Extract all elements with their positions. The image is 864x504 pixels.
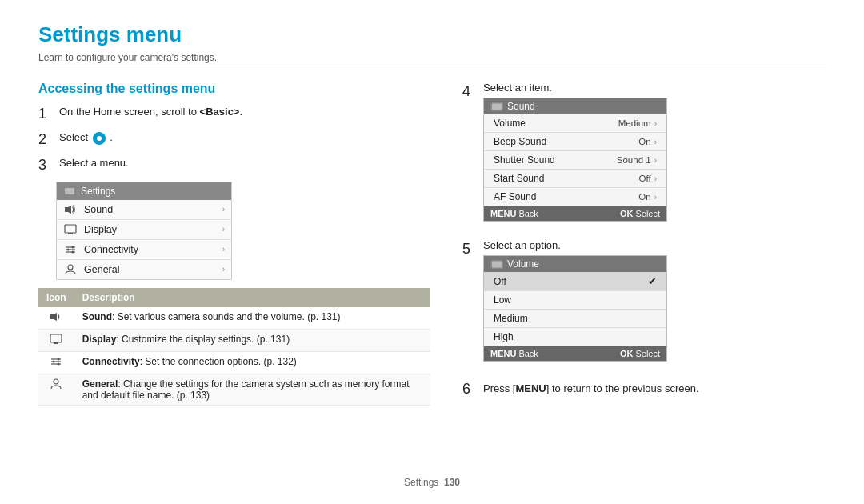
step-2: 2 Select .	[38, 130, 430, 150]
af-sound-arrow: ›	[654, 193, 657, 202]
beep-sound-label: Beep Sound	[494, 136, 638, 147]
beep-sound-arrow: ›	[654, 138, 657, 146]
step-1: 1 On the Home screen, scroll to <Basic>.	[38, 104, 430, 124]
shutter-sound-label: Shutter Sound	[494, 154, 617, 166]
step-3: 3 Select a menu.	[38, 155, 430, 175]
footer-section-label: Settings	[404, 477, 438, 488]
table-desc-display: Display: Customize the display settings.…	[74, 329, 430, 351]
step-5-label: Select an option.	[483, 239, 826, 251]
step-2-num: 2	[38, 130, 56, 150]
volume-label: Volume	[494, 118, 618, 129]
menu-item-general[interactable]: General ›	[57, 260, 231, 279]
option-high-row[interactable]: High	[484, 328, 666, 346]
icon-description-table: Icon Description Sound: Set various came…	[38, 288, 430, 406]
volume-arrow: ›	[654, 119, 657, 128]
svg-point-12	[68, 265, 73, 270]
start-sound-value: Off	[639, 174, 651, 183]
option-low-row[interactable]: Low	[484, 291, 666, 310]
svg-point-23	[54, 379, 58, 384]
camera-select-icon	[93, 132, 106, 145]
menu-item-display[interactable]: Display ›	[57, 220, 231, 240]
start-sound-arrow: ›	[654, 174, 657, 183]
table-icon-display	[38, 329, 74, 351]
sound-menu-footer: MENU Back OK Select	[484, 206, 666, 221]
step-1-text: On the Home screen, scroll to <Basic>.	[59, 104, 242, 121]
volume-row[interactable]: Volume Medium ›	[484, 114, 666, 133]
footer-select: OK Select	[620, 209, 660, 218]
step-2-text: Select .	[59, 130, 113, 146]
menu-item-connectivity-label: Connectivity	[84, 244, 222, 255]
option-high-label: High	[494, 331, 657, 342]
step-4: 4 Select an item. Sound Volume Medium	[462, 82, 826, 231]
content: Accessing the settings menu 1 On the Hom…	[38, 82, 826, 467]
step-4-num: 4	[462, 82, 480, 102]
vol-header-icon	[490, 260, 503, 269]
shutter-sound-value: Sound 1	[617, 155, 651, 165]
af-sound-value: On	[638, 192, 650, 202]
svg-rect-5	[68, 233, 73, 234]
option-off-row[interactable]: Off ✔	[484, 272, 666, 291]
af-sound-row[interactable]: AF Sound On ›	[484, 188, 666, 206]
beep-sound-row[interactable]: Beep Sound On ›	[484, 133, 666, 151]
af-sound-label: AF Sound	[494, 191, 638, 202]
page-title: Settings menu	[38, 22, 826, 47]
sound-menu-header-label: Sound	[507, 101, 535, 112]
option-medium-row[interactable]: Medium	[484, 310, 666, 328]
svg-marker-13	[54, 313, 57, 321]
svg-rect-4	[65, 225, 76, 233]
table-icon-connectivity	[38, 351, 74, 374]
footer-page-num: 130	[444, 477, 460, 488]
step-6-text: Press [MENU] to return to the previous s…	[483, 382, 699, 394]
step-5-content: Select an option. Volume Off ✔	[483, 239, 826, 371]
svg-point-21	[53, 360, 55, 362]
table-desc-general: General: Change the settings for the cam…	[74, 374, 430, 405]
start-sound-label: Start Sound	[494, 173, 639, 184]
display-icon	[63, 224, 78, 235]
option-low-label: Low	[494, 294, 657, 306]
volume-options-header-label: Volume	[507, 258, 539, 270]
beep-sound-value: On	[638, 137, 650, 146]
shutter-sound-arrow: ›	[654, 156, 657, 165]
table-header-icon: Icon	[38, 288, 74, 307]
vol-footer-back: MENU Back	[490, 349, 538, 358]
left-column: Accessing the settings menu 1 On the Hom…	[38, 82, 454, 467]
table-row-display: Display: Customize the display settings.…	[38, 329, 430, 351]
step-4-label: Select an item.	[483, 82, 826, 94]
page-footer: Settings 130	[38, 474, 826, 488]
checkmark-icon: ✔	[648, 275, 657, 287]
table-desc-connectivity: Connectivity: Set the connection options…	[74, 351, 430, 374]
vol-footer-select: OK Select	[620, 349, 660, 358]
step-5-num: 5	[462, 239, 480, 259]
menu-item-connectivity-arrow: ›	[222, 245, 225, 254]
svg-rect-16	[54, 342, 58, 344]
start-sound-row[interactable]: Start Sound Off ›	[484, 170, 666, 188]
menu-item-display-arrow: ›	[222, 225, 225, 234]
option-off-label: Off	[494, 276, 648, 287]
step-5: 5 Select an option. Volume Off ✔	[462, 239, 826, 371]
svg-rect-27	[492, 261, 502, 267]
menu-header: Settings	[57, 182, 231, 200]
svg-rect-3	[65, 207, 68, 212]
option-medium-label: Medium	[494, 313, 657, 324]
svg-rect-14	[50, 314, 54, 319]
page-subtitle: Learn to configure your camera's setting…	[38, 52, 826, 70]
step-6-num: 6	[462, 379, 480, 399]
menu-item-general-label: General	[84, 264, 222, 275]
table-row-sound: Sound: Set various camera sounds and the…	[38, 307, 430, 330]
svg-point-10	[67, 248, 70, 250]
table-row-general: General: Change the settings for the cam…	[38, 374, 430, 405]
cam-header-icon	[490, 102, 503, 111]
settings-menu-mockup: Settings Sound › Display ›	[56, 182, 232, 280]
sound-icon	[63, 204, 78, 215]
page: Settings menu Learn to configure your ca…	[0, 0, 864, 504]
svg-point-20	[58, 358, 60, 360]
shutter-sound-row[interactable]: Shutter Sound Sound 1 ›	[484, 151, 666, 170]
svg-point-9	[72, 246, 74, 248]
menu-item-connectivity[interactable]: Connectivity ›	[57, 240, 231, 260]
svg-rect-15	[50, 334, 62, 342]
volume-value: Medium	[618, 118, 651, 128]
volume-options-header: Volume	[484, 256, 666, 272]
menu-item-sound[interactable]: Sound ›	[57, 200, 231, 220]
table-header-description: Description	[74, 288, 430, 307]
volume-options-footer: MENU Back OK Select	[484, 346, 666, 361]
